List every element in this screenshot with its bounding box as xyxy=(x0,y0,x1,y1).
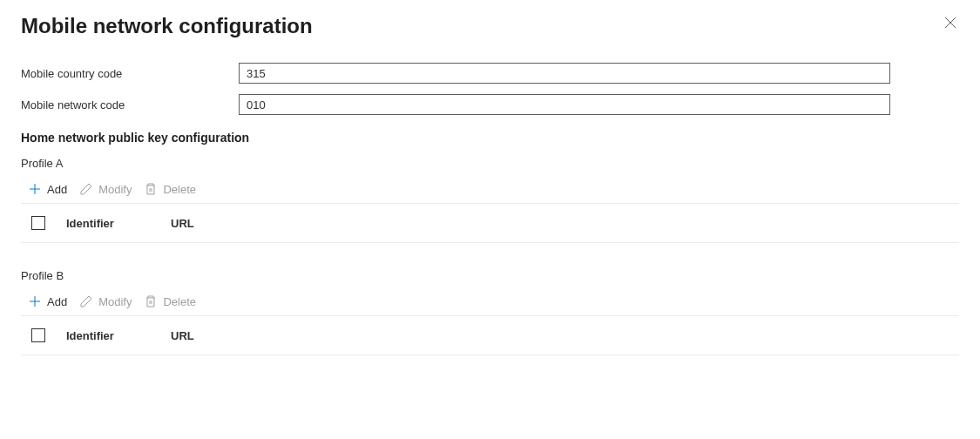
profile-b-block: Profile B Add Modify xyxy=(21,269,959,355)
profile-b-toolbar: Add Modify Delete xyxy=(21,291,959,316)
section-heading: Home network public key configuration xyxy=(21,131,959,145)
plus-icon xyxy=(28,294,42,308)
profile-a-add-button[interactable]: Add xyxy=(28,182,67,196)
profile-a-delete-button[interactable]: Delete xyxy=(144,182,196,196)
trash-icon xyxy=(144,182,158,196)
profile-b-table-header: Identifier URL xyxy=(21,316,959,355)
profile-b-modify-button[interactable]: Modify xyxy=(79,294,132,308)
column-header-identifier: Identifier xyxy=(66,329,171,342)
close-button[interactable] xyxy=(942,14,959,31)
pencil-icon xyxy=(79,182,93,196)
trash-icon xyxy=(144,294,158,308)
column-header-identifier: Identifier xyxy=(66,217,171,230)
column-header-url: URL xyxy=(171,329,194,342)
mcc-input[interactable] xyxy=(239,63,890,84)
profile-a-block: Profile A Add Modify xyxy=(21,157,959,243)
column-header-url: URL xyxy=(171,217,194,230)
mcc-label: Mobile country code xyxy=(21,67,239,80)
mnc-input[interactable] xyxy=(239,94,890,115)
modify-label: Modify xyxy=(98,183,132,196)
profile-a-toolbar: Add Modify Delete xyxy=(21,179,959,204)
delete-label: Delete xyxy=(163,295,196,308)
pencil-icon xyxy=(79,294,93,308)
profile-a-label: Profile A xyxy=(21,157,959,170)
page-title: Mobile network configuration xyxy=(21,14,313,38)
modify-label: Modify xyxy=(98,295,132,308)
add-label: Add xyxy=(47,183,67,196)
profile-b-add-button[interactable]: Add xyxy=(28,294,67,308)
profile-a-table-header: Identifier URL xyxy=(21,204,959,243)
close-icon xyxy=(944,17,956,29)
profile-b-select-all-checkbox[interactable] xyxy=(31,328,45,342)
profile-a-modify-button[interactable]: Modify xyxy=(79,182,132,196)
delete-label: Delete xyxy=(163,183,196,196)
profile-b-delete-button[interactable]: Delete xyxy=(144,294,196,308)
add-label: Add xyxy=(47,295,67,308)
profile-a-select-all-checkbox[interactable] xyxy=(31,216,45,230)
plus-icon xyxy=(28,182,42,196)
mnc-label: Mobile network code xyxy=(21,98,239,111)
profile-b-label: Profile B xyxy=(21,269,959,282)
